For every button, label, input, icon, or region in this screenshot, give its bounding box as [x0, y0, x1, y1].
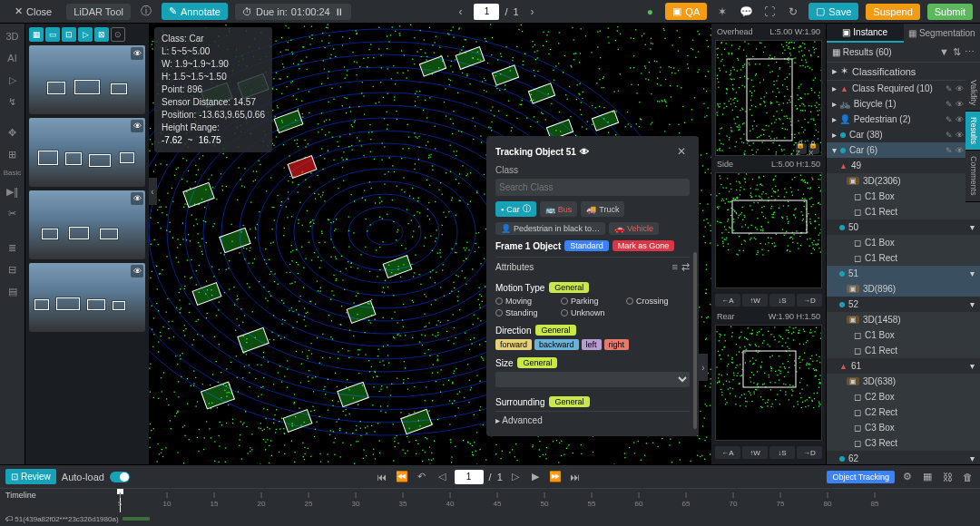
obj-50[interactable]: 50▾ [827, 219, 980, 235]
results-more-icon[interactable]: ⋯ [965, 46, 975, 58]
skip-end-icon[interactable]: ⏭ [568, 470, 583, 484]
tool-skip-icon[interactable]: ▶‖ [4, 182, 22, 200]
arrow-a2[interactable]: ← A [715, 446, 740, 459]
obj-61-c3rect[interactable]: ◻ C3 Rect [827, 435, 980, 451]
link-icon[interactable]: ⛓ [940, 470, 955, 484]
edit-icon[interactable]: ✎ [946, 131, 953, 140]
rail-validity[interactable]: Validity [965, 74, 980, 112]
dir-backward[interactable]: backward [534, 339, 579, 350]
prev-page-icon[interactable]: ‹ [452, 4, 468, 20]
close-icon[interactable]: ✕ [673, 143, 690, 160]
attr-swap-icon[interactable]: ⇄ [681, 261, 690, 273]
lock-x-icon[interactable]: 🔒X [808, 143, 819, 154]
tab-segmentation[interactable]: ▦ Segmentation [904, 24, 981, 43]
rail-comments[interactable]: Comments [965, 151, 980, 202]
tool-folder-icon[interactable]: ▤ [4, 282, 22, 300]
classifications-header[interactable]: ▸ ✶ Classifications [827, 63, 980, 81]
collapse-camera-icon[interactable]: ‹ [149, 178, 157, 205]
arrow-d[interactable]: → D [797, 294, 822, 307]
obj-49-c1box[interactable]: ◻ C1 Box [827, 189, 980, 204]
radio-crossing[interactable]: Crossing [626, 297, 690, 306]
expand-icon[interactable]: ▾ [970, 361, 975, 371]
tool-cut-icon[interactable]: ✂ [4, 204, 22, 222]
group-pedestrian[interactable]: ▸ 👤 Pedestrian (2)✎👁🗑 [827, 112, 980, 127]
obj-50-c1rect[interactable]: ◻ C1 Rect [827, 250, 980, 266]
camera-thumb-3[interactable]: 👁 [29, 190, 145, 259]
expand-icon[interactable]: ⛶ [761, 4, 778, 20]
overhead-view[interactable]: 🔒Z🔒X [715, 40, 822, 156]
arrow-w[interactable]: ↑ W [742, 294, 768, 307]
next-page-icon[interactable]: › [524, 4, 541, 20]
edit-icon[interactable]: ✎ [946, 84, 953, 93]
obj-51-3d[interactable]: ▣ 3D(896) [827, 281, 980, 297]
bug-icon[interactable]: ✶ [714, 4, 730, 20]
arrow-s[interactable]: ↓ S [769, 294, 795, 307]
obj-52-c1box[interactable]: ◻ C1 Box [827, 327, 980, 343]
chip-truck[interactable]: 🚚 Truck [581, 201, 624, 217]
obj-61[interactable]: ▲ 61▾ [827, 358, 980, 374]
arrow-d2[interactable]: → D [797, 446, 822, 459]
cam-tool-5[interactable]: ⊠ [94, 27, 109, 42]
tool-move-icon[interactable]: ✥ [4, 123, 22, 141]
step-fwd-icon[interactable]: ⏩ [548, 470, 563, 484]
chip-vehicle[interactable]: 🚗 Vehicle [609, 222, 659, 235]
save-button[interactable]: ▢ Save [808, 3, 858, 20]
gear-icon[interactable]: ⚙ [900, 470, 915, 484]
eye-icon[interactable]: 👁 [131, 265, 143, 278]
edit-icon[interactable]: ✎ [946, 100, 953, 109]
frame-input[interactable]: 1 [455, 470, 484, 484]
info-icon[interactable]: ⓘ [138, 4, 154, 20]
chip-pedestrian[interactable]: 👤 Pedestrian in black to… [495, 222, 605, 235]
group-class-required[interactable]: ▸ ▲ Class Required (10)✎👁🗑 [827, 81, 980, 96]
autoload-toggle[interactable] [110, 472, 130, 482]
arrow-w2[interactable]: ↑ W [742, 446, 768, 459]
obj-61-c2rect[interactable]: ◻ C2 Rect [827, 404, 980, 420]
trash-icon[interactable]: 🗑 [960, 470, 975, 484]
filter-icon[interactable]: ▦ [920, 470, 935, 484]
edit-icon[interactable]: ✎ [946, 146, 953, 155]
obj-51[interactable]: 51▾ [827, 266, 980, 281]
tool-grid-icon[interactable]: ⊟ [4, 260, 22, 278]
obj-62[interactable]: 62▾ [827, 451, 980, 464]
dir-left[interactable]: left [582, 339, 602, 350]
obj-49[interactable]: ▲ 49▾ [827, 158, 980, 173]
refresh-icon[interactable]: ↻ [785, 4, 801, 20]
edit-icon[interactable]: ✎ [946, 115, 953, 124]
tool-route-icon[interactable]: ↯ [4, 93, 22, 111]
radio-unknown[interactable]: Unknown [561, 308, 624, 317]
review-button[interactable]: ⊡ Review [5, 469, 56, 484]
chip-bus[interactable]: 🚌 Bus [540, 201, 578, 217]
advanced-toggle[interactable]: ▸ Advanced [495, 415, 543, 425]
arrow-a[interactable]: ← A [715, 294, 740, 307]
dir-forward[interactable]: forward [495, 339, 532, 350]
radio-standing[interactable]: Standing [495, 308, 559, 317]
next-frame-icon[interactable]: ▷ [508, 470, 523, 484]
camera-thumb-1[interactable]: 👁 [29, 45, 145, 114]
obj-50-c1box[interactable]: ◻ C1 Box [827, 235, 980, 250]
radio-moving[interactable]: Moving [495, 297, 559, 306]
timeline-grid[interactable]: 510152025303540455055606570758085 [0, 489, 980, 512]
obj-49-3d[interactable]: ▣ 3D(2306) [827, 173, 980, 189]
results-filter-icon[interactable]: ▼ [939, 46, 949, 58]
obj-61-c2box[interactable]: ◻ C2 Box [827, 389, 980, 404]
skip-start-icon[interactable]: ⏮ [375, 470, 389, 484]
prev-frame-icon[interactable]: ◁ [435, 470, 449, 484]
eye-icon[interactable]: 👁 [131, 47, 143, 60]
results-sort-icon[interactable]: ⇅ [953, 46, 961, 58]
eye-icon[interactable]: 👁 [956, 84, 964, 93]
arrow-s2[interactable]: ↓ S [769, 446, 795, 459]
mark-gone-button[interactable]: Mark as Gone [612, 240, 675, 251]
cam-tool-record[interactable]: ⊙ [111, 27, 125, 42]
popup-expand-icon[interactable]: › [699, 354, 708, 381]
eye-icon[interactable]: 👁 [956, 131, 964, 140]
class-search-input[interactable] [495, 179, 690, 196]
obj-52-c1rect[interactable]: ◻ C1 Rect [827, 343, 980, 358]
cam-tool-2[interactable]: ▭ [45, 27, 60, 42]
eye-icon[interactable]: 👁 [131, 120, 143, 132]
rear-view[interactable] [715, 325, 822, 441]
cam-tool-4[interactable]: ▷ [78, 27, 93, 42]
chip-car[interactable]: ▪ Car ⓘ [495, 201, 536, 217]
obj-52[interactable]: 52▾ [827, 297, 980, 312]
camera-thumb-2[interactable]: 👁 [29, 118, 145, 187]
expand-icon[interactable]: ▾ [970, 222, 975, 232]
